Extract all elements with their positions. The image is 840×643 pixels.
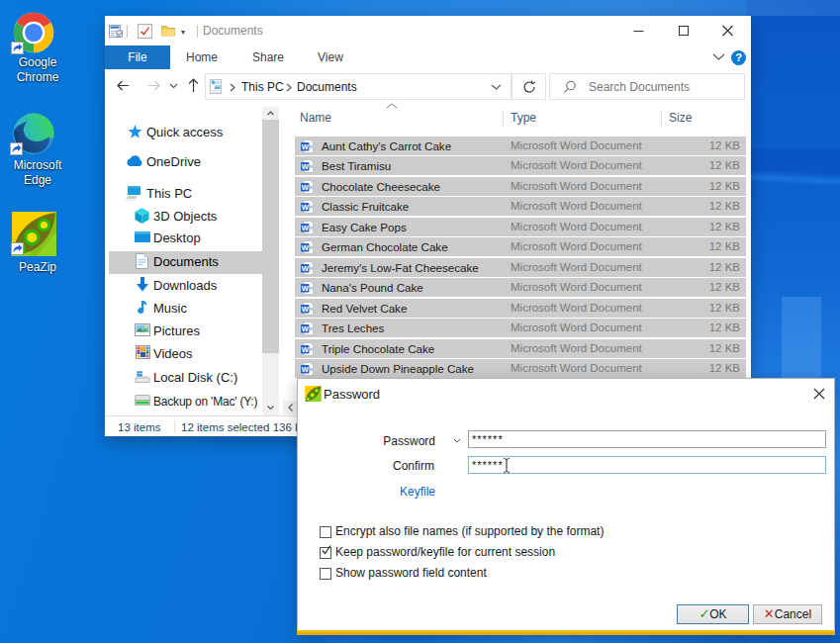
svg-text:W: W [302,142,310,151]
svg-text:W: W [302,203,310,212]
svg-text:W: W [302,183,310,192]
svg-text:W: W [302,224,310,232]
svg-text:W: W [302,162,310,171]
svg-text:W: W [302,264,310,273]
svg-text:W: W [302,324,310,333]
svg-text:W: W [302,345,310,354]
svg-text:W: W [302,365,310,374]
svg-text:W: W [302,305,310,314]
svg-text:W: W [302,284,310,293]
svg-text:W: W [302,243,310,252]
